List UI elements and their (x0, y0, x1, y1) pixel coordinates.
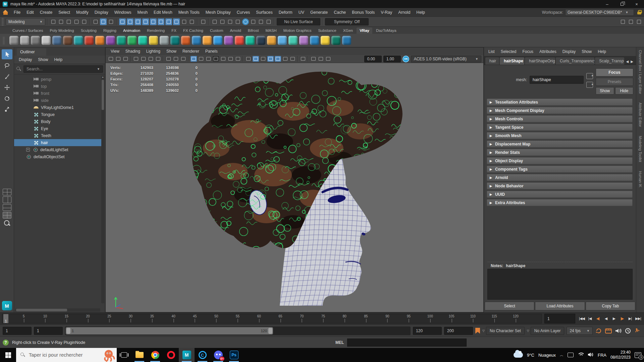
shaded-icon[interactable] (253, 56, 259, 62)
render-sequence-icon[interactable] (250, 18, 257, 25)
shelf-icon[interactable] (117, 36, 126, 45)
playback-end-field[interactable]: 120 (413, 327, 442, 335)
sidebar-toggle-channel-box-icon[interactable] (636, 18, 642, 25)
light-editor-icon[interactable] (234, 18, 241, 25)
sidebar-toggle-toolbox-icon[interactable] (628, 18, 634, 25)
shelf-icon[interactable] (213, 36, 222, 45)
lock-selection-icon[interactable] (181, 18, 187, 25)
pin-tab-icon[interactable] (586, 73, 593, 79)
snap-together-icon[interactable] (165, 18, 172, 25)
shelf-tab-xgen[interactable]: XGen (340, 27, 356, 34)
shelf-tab-vray[interactable]: VRay (357, 27, 372, 34)
snap-projected-center-icon[interactable] (142, 18, 149, 25)
zoom-select-icon[interactable] (173, 56, 179, 62)
home-icon[interactable] (3, 10, 9, 15)
ae-section-extra-attributes[interactable]: ▶ Extra Attributes (487, 199, 633, 206)
create-bookmark-icon[interactable] (475, 328, 480, 334)
ae-section-displacement-map[interactable]: ▶ Displacement Map (487, 140, 633, 147)
undo-icon[interactable] (73, 18, 80, 25)
collaborate-icon[interactable] (242, 18, 249, 25)
exposure-field[interactable]: 0.00 (364, 56, 382, 62)
layout-four-pane-button[interactable] (3, 189, 11, 195)
shelf-tab-rendering[interactable]: Rendering (144, 27, 168, 34)
viewport-menu-renderer[interactable]: Renderer (179, 48, 202, 55)
field-chart-icon[interactable] (220, 56, 226, 62)
menu-file[interactable]: File (11, 9, 23, 16)
outliner-item-top[interactable]: top (14, 83, 105, 90)
shelf-tab-sculpting[interactable]: Sculpting (78, 27, 100, 34)
frame-ruler[interactable]: 5101520253035404550556065707580859095100… (2, 314, 542, 323)
grid-icon[interactable] (191, 56, 197, 62)
shelf-icon[interactable] (106, 36, 115, 45)
symmetry-field[interactable]: Symmetry: Off (325, 18, 369, 25)
current-frame-field[interactable]: 1 (544, 314, 575, 323)
menu-mesh[interactable]: Mesh (135, 9, 151, 16)
tray-expand-icon[interactable]: ︿ (560, 353, 564, 358)
taskbar-search[interactable]: Taper ici pour rechercher (16, 348, 117, 362)
shelf-icon[interactable] (31, 36, 40, 45)
focus-button[interactable]: Focus (596, 68, 633, 76)
command-line-language[interactable]: MEL (335, 340, 344, 345)
layout-pane-outliner-button[interactable] (3, 204, 11, 211)
action-center-icon[interactable]: 3 (635, 352, 641, 358)
auto-keyframe-icon[interactable] (634, 327, 641, 334)
isolate-select-icon[interactable] (300, 56, 306, 62)
viewport-menu-lighting[interactable]: Lighting (143, 48, 163, 55)
wireframe-icon[interactable] (245, 56, 252, 62)
checker-icon[interactable] (275, 56, 281, 62)
taskbar-app-chrome[interactable] (147, 348, 163, 362)
hud-text-icon[interactable] (235, 56, 241, 62)
menu-display[interactable]: Display (92, 9, 111, 16)
shadows-icon[interactable] (289, 56, 296, 62)
step-back-frame-button[interactable]: |◀ (586, 314, 594, 323)
cast-icon[interactable] (568, 352, 574, 358)
outliner-item-teeth[interactable]: Teeth (14, 132, 105, 139)
side-tab-modeling-toolkit[interactable]: Modeling Toolkit (638, 136, 642, 162)
presets-button[interactable]: Presets (596, 78, 633, 86)
ae-tab-scalp-transp[interactable]: Scalp_Transp (595, 57, 624, 65)
animation-end-field[interactable]: 200 (444, 327, 473, 335)
sep[interactable] (298, 56, 298, 62)
shelf-icon[interactable] (267, 36, 276, 45)
taskbar-app-opera[interactable] (163, 348, 179, 362)
menu-cache[interactable]: Cache (331, 9, 349, 16)
shelf-tab-motion-graphics[interactable]: Motion Graphics (280, 27, 315, 34)
ae-tab-curls-transparency[interactable]: Curls_Transparency (556, 57, 594, 65)
live-surface-field[interactable]: No Live Surface (277, 18, 320, 25)
step-forward-frame-button[interactable]: ▶| (626, 314, 634, 323)
weather-description[interactable]: Nuageux (538, 353, 556, 358)
ae-menu-focus[interactable]: Focus (519, 48, 536, 55)
pause-viewport-icon[interactable] (265, 18, 272, 25)
volume-icon[interactable] (588, 352, 594, 358)
playhead[interactable]: 1 (3, 314, 8, 323)
tab-scroll-left-icon[interactable]: ◀ (626, 60, 629, 63)
ipr-render-icon[interactable] (219, 18, 226, 25)
layout-current-button[interactable] (3, 212, 11, 219)
go-to-end-button[interactable]: ▶▶| (634, 314, 642, 323)
outliner-item-body[interactable]: Body (14, 118, 105, 125)
shelf-tab-custom[interactable]: Custom (207, 27, 226, 34)
menu-deform[interactable]: Deform (276, 9, 296, 16)
menu-uv[interactable]: UV (296, 9, 307, 16)
menu-edit[interactable]: Edit (23, 9, 37, 16)
menu-help[interactable]: Help (413, 9, 428, 16)
tab-scroll-right-icon[interactable]: ▶ (631, 60, 633, 63)
search-input[interactable]: Search...▼ (23, 65, 103, 73)
image-plane-icon[interactable] (227, 56, 234, 62)
taskbar-app-maya[interactable]: M (179, 348, 195, 362)
viewport-menu-show[interactable]: Show (163, 48, 179, 55)
shelf-icon[interactable] (278, 36, 287, 45)
bookmark-icon[interactable] (155, 56, 161, 62)
workspace-select[interactable]: General-DESKTOP-C96IEDB*▼ (565, 9, 634, 16)
ae-tab-hair[interactable]: hair (485, 57, 499, 65)
shelf-icon[interactable] (192, 36, 201, 45)
shelf-tab-daztomaya[interactable]: DazToMaya (373, 27, 399, 34)
shelf-icon[interactable] (9, 36, 18, 45)
menu-set-select[interactable]: Modeling▼ (6, 18, 45, 25)
ae-menu-help[interactable]: Help (595, 48, 609, 55)
copy-view-icon[interactable] (310, 56, 317, 62)
outliner-item-hair[interactable]: hair (14, 139, 102, 146)
resolution-gate-icon[interactable] (205, 56, 212, 62)
shelf-icon[interactable] (20, 36, 29, 45)
move-tool[interactable] (2, 82, 12, 93)
